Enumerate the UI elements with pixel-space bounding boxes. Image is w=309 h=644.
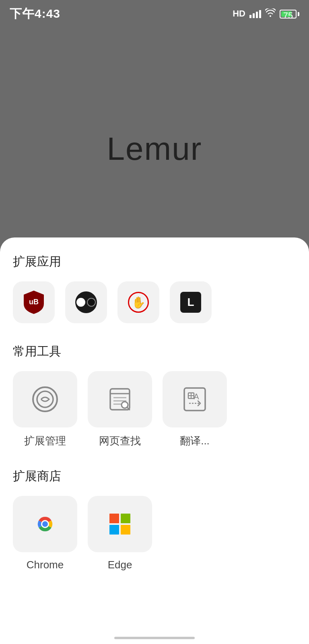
ext-manage-icon-box — [13, 371, 77, 427]
bottom-sheet: 扩展应用 uB ✋ — [0, 237, 309, 644]
tools-title: 常用工具 — [13, 343, 296, 360]
translate-label: 翻译... — [180, 434, 210, 448]
edge-label: Edge — [108, 559, 132, 571]
chrome-label: Chrome — [27, 559, 64, 571]
ext-apps-title: 扩展应用 — [13, 254, 296, 270]
ublock-icon: uB — [22, 290, 45, 315]
svg-rect-19 — [109, 525, 119, 535]
signal-label: HD — [233, 8, 245, 19]
ext-manage-icon — [31, 385, 60, 414]
ext-app-ublock[interactable]: uB — [13, 281, 55, 323]
ext-apps-row: uB ✋ L — [13, 281, 296, 323]
svg-text:uB: uB — [29, 298, 39, 306]
home-indicator — [114, 637, 195, 639]
battery-icon: 75 — [280, 10, 299, 19]
translate-icon: A — [180, 385, 209, 414]
status-bar: 下午4:43 HD 75 — [0, 0, 309, 25]
app-title: Lemur — [107, 130, 202, 167]
adblock-icon: ✋ — [128, 292, 149, 313]
background-area: Lemur — [0, 0, 309, 266]
page-search-icon — [105, 385, 134, 414]
svg-text:A: A — [194, 392, 199, 401]
wifi-icon — [265, 8, 276, 20]
page-search-icon-box — [88, 371, 152, 427]
svg-rect-20 — [121, 525, 130, 535]
tool-page-search[interactable]: 网页查找 — [88, 371, 152, 448]
ext-app-l[interactable]: L — [170, 281, 212, 323]
page-search-label: 网页查找 — [99, 434, 141, 448]
battery-level: 75 — [283, 10, 293, 21]
stop-hand-icon: ✋ — [132, 296, 146, 309]
tools-row: 扩展管理 — [13, 371, 296, 448]
edge-icon-box — [88, 496, 152, 552]
tool-translate[interactable]: A 翻译... — [163, 371, 227, 448]
tools-section: 常用工具 扩展管理 — [13, 343, 296, 448]
store-edge[interactable]: Edge — [88, 496, 152, 571]
store-chrome[interactable]: Chrome — [13, 496, 77, 571]
tool-ext-manage[interactable]: 扩展管理 — [13, 371, 77, 448]
chrome-icon — [31, 510, 60, 539]
translate-icon-box: A — [163, 371, 227, 427]
svg-point-16 — [42, 521, 48, 527]
signal-bars-icon — [249, 10, 261, 18]
store-title: 扩展商店 — [13, 468, 296, 485]
ext-manage-label: 扩展管理 — [24, 434, 66, 448]
tampermonkey-icon — [75, 291, 97, 313]
l-app-icon: L — [180, 292, 201, 313]
store-row: Chrome Edge — [13, 496, 296, 571]
ext-apps-section: 扩展应用 uB ✋ — [13, 254, 296, 323]
status-icons: HD 75 — [233, 8, 299, 20]
status-time: 下午4:43 — [10, 6, 60, 22]
chrome-icon-box — [13, 496, 77, 552]
ext-app-tampermonkey[interactable] — [65, 281, 107, 323]
store-section: 扩展商店 — [13, 468, 296, 571]
svg-rect-17 — [109, 514, 119, 523]
ext-app-adblock[interactable]: ✋ — [117, 281, 159, 323]
svg-rect-18 — [121, 514, 130, 523]
edge-icon — [105, 510, 134, 539]
